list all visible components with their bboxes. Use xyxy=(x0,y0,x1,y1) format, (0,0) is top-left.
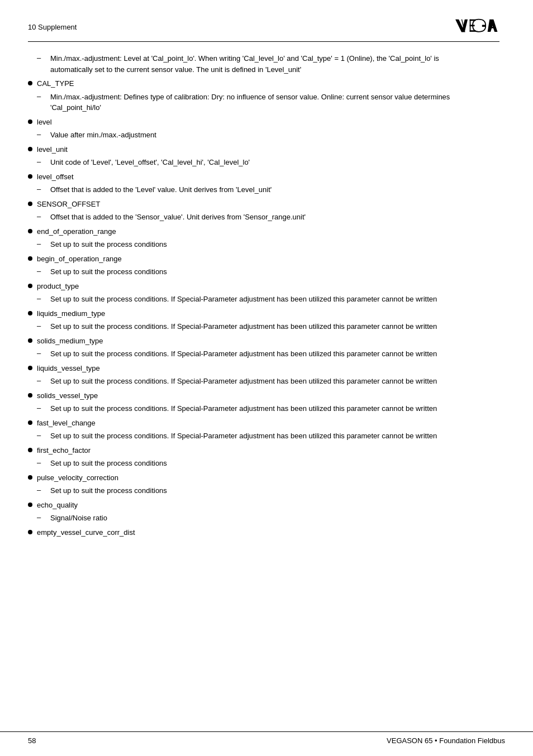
item-description: Set up to suit the process conditions. I… xyxy=(50,376,483,387)
list-item: –Min./max.-adjustment: Defines type of c… xyxy=(37,92,483,113)
svg-rect-4 xyxy=(470,25,475,26)
page-number: 58 xyxy=(28,732,36,745)
list-item: –Unit code of 'Level', 'Level_offset', '… xyxy=(37,157,483,168)
item-description: Set up to suit the process conditions. I… xyxy=(50,294,483,305)
item-label: level_offset xyxy=(37,171,483,183)
vega-logo-icon xyxy=(455,17,499,37)
svg-marker-1 xyxy=(461,20,468,32)
svg-rect-8 xyxy=(488,27,494,28)
svg-marker-7 xyxy=(488,20,498,32)
bullet-icon xyxy=(28,530,32,534)
svg-rect-6 xyxy=(482,25,486,26)
list-item: –Set up to suit the process conditions. … xyxy=(37,430,483,442)
item-description: Offset that is added to the 'Sensor_valu… xyxy=(50,212,483,223)
bullet-icon xyxy=(28,393,32,398)
list-item: –Set up to suit the process conditions xyxy=(37,239,483,250)
dash-icon: – xyxy=(37,239,47,248)
item-label: level xyxy=(37,117,483,128)
item-label: level_unit xyxy=(37,144,483,155)
bullet-icon xyxy=(28,503,32,507)
content-area: –Min./max.-adjustment: Level at 'Cal_poi… xyxy=(28,53,499,538)
item-description: Signal/Noise ratio xyxy=(50,513,483,524)
list-item: level xyxy=(28,117,483,128)
product-name: VEGASON 65 • Foundation Fieldbus xyxy=(387,732,505,745)
list-item: first_echo_factor xyxy=(28,445,483,456)
item-description: Offset that is added to the 'Level' valu… xyxy=(50,184,483,195)
page-header: 10 Supplement xyxy=(28,17,499,42)
list-item: end_of_operation_range xyxy=(28,226,483,237)
dash-icon: – xyxy=(37,266,47,275)
item-label: first_echo_factor xyxy=(37,445,483,456)
dash-icon: – xyxy=(37,212,47,221)
list-item: solids_medium_type xyxy=(28,336,483,347)
section-title: 10 Supplement xyxy=(28,23,77,31)
bullet-icon xyxy=(28,119,32,124)
item-description: Set up to suit the process conditions. I… xyxy=(50,403,483,414)
item-description: Unit code of 'Level', 'Level_offset', 'C… xyxy=(50,157,483,168)
bullet-icon xyxy=(28,81,32,85)
list-item: empty_vessel_curve_corr_dist xyxy=(28,527,483,538)
item-description: Set up to suit the process conditions. I… xyxy=(50,430,483,442)
list-item: level_offset xyxy=(28,171,483,183)
dash-icon: – xyxy=(37,157,47,166)
list-item: –Value after min./max.-adjustment xyxy=(37,130,483,141)
bullet-icon xyxy=(28,338,32,343)
logo xyxy=(455,17,499,37)
list-item: –Set up to suit the process conditions. … xyxy=(37,294,483,305)
item-label: empty_vessel_curve_corr_dist xyxy=(37,527,483,538)
list-item: pulse_velocity_correction xyxy=(28,472,483,484)
item-label: liquids_vessel_type xyxy=(37,363,483,374)
list-item: –Set up to suit the process conditions. … xyxy=(37,348,483,360)
dash-icon: – xyxy=(37,403,47,412)
item-description: Set up to suit the process conditions xyxy=(50,458,483,469)
dash-icon: – xyxy=(37,513,47,521)
item-description: Value after min./max.-adjustment xyxy=(50,130,483,141)
list-item: SENSOR_OFFSET xyxy=(28,199,483,210)
dash-icon: – xyxy=(37,348,47,357)
bullet-icon xyxy=(28,174,32,179)
dash-icon: – xyxy=(37,294,47,303)
list-item: begin_of_operation_range xyxy=(28,253,483,265)
list-item: –Signal/Noise ratio xyxy=(37,513,483,524)
dash-icon: – xyxy=(37,376,47,385)
dash-icon: – xyxy=(37,430,47,439)
list-item: –Set up to suit the process conditions xyxy=(37,458,483,469)
item-label: liquids_medium_type xyxy=(37,308,483,319)
dash-icon: – xyxy=(37,184,47,193)
item-label: solids_vessel_type xyxy=(37,390,483,401)
item-description: Min./max.-adjustment: Defines type of ca… xyxy=(50,92,483,113)
list-item: –Set up to suit the process conditions xyxy=(37,485,483,496)
dash-icon: – xyxy=(37,130,47,138)
bullet-icon xyxy=(28,420,32,425)
item-description: Set up to suit the process conditions. I… xyxy=(50,321,483,332)
list-item: product_type xyxy=(28,281,483,292)
list-item: –Set up to suit the process conditions. … xyxy=(37,403,483,414)
item-label: begin_of_operation_range xyxy=(37,253,483,265)
item-label: echo_quality xyxy=(37,500,483,511)
list-item: CAL_TYPE xyxy=(28,78,483,89)
dash-icon: – xyxy=(37,92,47,101)
item-label: SENSOR_OFFSET xyxy=(37,199,483,210)
item-description: Set up to suit the process conditions xyxy=(50,485,483,496)
bullet-icon xyxy=(28,229,32,233)
bullet-icon xyxy=(28,475,32,480)
list-item: liquids_vessel_type xyxy=(28,363,483,374)
dash-icon: – xyxy=(37,53,47,62)
item-label: fast_level_change xyxy=(37,418,483,429)
item-label: solids_medium_type xyxy=(37,336,483,347)
page-footer: 58 VEGASON 65 • Foundation Fieldbus xyxy=(0,731,533,745)
item-label: product_type xyxy=(37,281,483,292)
item-description: Min./max.-adjustment: Level at 'Cal_poin… xyxy=(50,53,483,75)
dash-icon: – xyxy=(37,485,47,494)
bullet-icon xyxy=(28,311,32,315)
list-item: –Set up to suit the process conditions xyxy=(37,266,483,277)
item-label: end_of_operation_range xyxy=(37,226,483,237)
item-label: CAL_TYPE xyxy=(37,78,483,89)
bullet-icon xyxy=(28,284,32,288)
bullet-icon xyxy=(28,448,32,452)
list-item: –Min./max.-adjustment: Level at 'Cal_poi… xyxy=(37,53,483,75)
page: 10 Supplement xyxy=(0,0,533,756)
item-label: pulse_velocity_correction xyxy=(37,472,483,484)
list-item: –Offset that is added to the 'Sensor_val… xyxy=(37,212,483,223)
list-item: solids_vessel_type xyxy=(28,390,483,401)
